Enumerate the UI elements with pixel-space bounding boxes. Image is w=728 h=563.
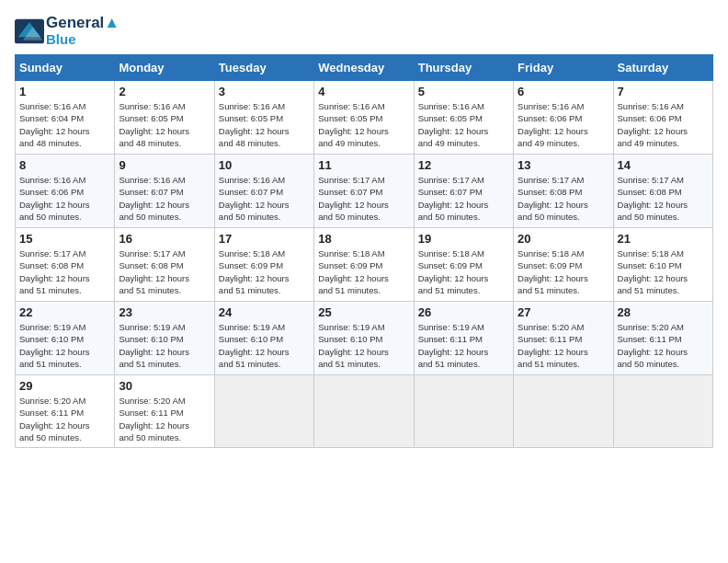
calendar-cell: 19 Sunrise: 5:18 AM Sunset: 6:09 PM Dayl… <box>414 228 513 302</box>
daylight-label: Daylight: 12 hours <box>618 200 688 210</box>
day-info: Sunrise: 5:16 AM Sunset: 6:05 PM Dayligh… <box>318 100 409 149</box>
sunset-label: Sunset: 6:06 PM <box>19 187 84 197</box>
day-info: Sunrise: 5:17 AM Sunset: 6:08 PM Dayligh… <box>19 247 110 296</box>
day-info: Sunrise: 5:18 AM Sunset: 6:09 PM Dayligh… <box>418 247 509 296</box>
sunrise-label: Sunrise: 5:16 AM <box>119 175 185 185</box>
calendar-cell: 25 Sunrise: 5:19 AM Sunset: 6:10 PM Dayl… <box>314 302 414 375</box>
daylight-minutes: and 48 minutes. <box>219 138 281 148</box>
daylight-minutes: and 50 minutes. <box>219 212 281 222</box>
daylight-label: Daylight: 12 hours <box>518 347 588 357</box>
day-number: 11 <box>318 158 409 172</box>
day-info: Sunrise: 5:16 AM Sunset: 6:06 PM Dayligh… <box>518 100 609 149</box>
sunset-label: Sunset: 6:11 PM <box>119 408 183 418</box>
daylight-label: Daylight: 12 hours <box>318 273 389 283</box>
day-info: Sunrise: 5:16 AM Sunset: 6:05 PM Dayligh… <box>119 100 210 149</box>
sunrise-label: Sunrise: 5:19 AM <box>19 322 85 332</box>
daylight-label: Daylight: 12 hours <box>518 200 588 210</box>
daylight-minutes: and 51 minutes. <box>518 285 580 295</box>
sunset-label: Sunset: 6:07 PM <box>219 187 283 197</box>
daylight-minutes: and 50 minutes. <box>518 212 580 222</box>
day-info: Sunrise: 5:18 AM Sunset: 6:10 PM Dayligh… <box>618 247 709 296</box>
day-header-monday: Monday <box>115 55 214 81</box>
daylight-label: Daylight: 12 hours <box>19 420 90 431</box>
day-number: 2 <box>119 85 210 98</box>
day-info: Sunrise: 5:16 AM Sunset: 6:06 PM Dayligh… <box>19 174 110 223</box>
day-number: 3 <box>219 85 310 98</box>
calendar-cell: 15 Sunrise: 5:17 AM Sunset: 6:08 PM Dayl… <box>16 228 115 302</box>
day-header-wednesday: Wednesday <box>314 55 414 81</box>
daylight-minutes: and 50 minutes. <box>418 212 481 222</box>
sunrise-label: Sunrise: 5:16 AM <box>219 101 285 111</box>
sunset-label: Sunset: 6:05 PM <box>119 113 183 123</box>
daylight-minutes: and 51 minutes. <box>19 285 82 295</box>
calendar-cell: 4 Sunrise: 5:16 AM Sunset: 6:05 PM Dayli… <box>314 81 414 155</box>
sunset-label: Sunset: 6:11 PM <box>418 334 483 344</box>
daylight-minutes: and 51 minutes. <box>418 359 481 369</box>
sunset-label: Sunset: 6:08 PM <box>518 187 582 197</box>
sunrise-label: Sunrise: 5:17 AM <box>518 175 584 185</box>
day-info: Sunrise: 5:18 AM Sunset: 6:09 PM Dayligh… <box>318 247 409 296</box>
calendar-table: SundayMondayTuesdayWednesdayThursdayFrid… <box>15 54 713 448</box>
daylight-label: Daylight: 12 hours <box>19 126 90 136</box>
daylight-minutes: and 51 minutes. <box>318 359 381 369</box>
sunrise-label: Sunrise: 5:19 AM <box>418 322 484 332</box>
daylight-label: Daylight: 12 hours <box>119 273 189 283</box>
day-number: 8 <box>19 158 110 172</box>
daylight-minutes: and 49 minutes. <box>318 138 381 148</box>
day-info: Sunrise: 5:20 AM Sunset: 6:11 PM Dayligh… <box>119 395 210 443</box>
sunrise-label: Sunrise: 5:17 AM <box>19 248 85 259</box>
daylight-label: Daylight: 12 hours <box>618 126 688 136</box>
day-number: 7 <box>618 85 709 98</box>
calendar-header-row: SundayMondayTuesdayWednesdayThursdayFrid… <box>16 55 713 81</box>
daylight-minutes: and 49 minutes. <box>518 138 580 148</box>
calendar-cell: 30 Sunrise: 5:20 AM Sunset: 6:11 PM Dayl… <box>115 375 214 448</box>
sunset-label: Sunset: 6:09 PM <box>318 260 382 270</box>
calendar-cell: 3 Sunrise: 5:16 AM Sunset: 6:05 PM Dayli… <box>214 81 313 155</box>
day-info: Sunrise: 5:18 AM Sunset: 6:09 PM Dayligh… <box>518 247 609 296</box>
sunrise-label: Sunrise: 5:16 AM <box>19 101 85 111</box>
day-info: Sunrise: 5:19 AM Sunset: 6:10 PM Dayligh… <box>119 321 210 370</box>
daylight-minutes: and 50 minutes. <box>119 212 181 222</box>
sunset-label: Sunset: 6:04 PM <box>19 113 84 123</box>
calendar-week-1: 1 Sunrise: 5:16 AM Sunset: 6:04 PM Dayli… <box>16 81 713 155</box>
sunrise-label: Sunrise: 5:16 AM <box>19 175 85 185</box>
daylight-label: Daylight: 12 hours <box>318 126 389 136</box>
day-number: 21 <box>618 232 709 246</box>
sunrise-label: Sunrise: 5:20 AM <box>119 396 185 406</box>
daylight-minutes: and 50 minutes. <box>19 432 82 442</box>
sunrise-label: Sunrise: 5:16 AM <box>219 175 285 185</box>
sunrise-label: Sunrise: 5:20 AM <box>618 322 684 332</box>
daylight-minutes: and 50 minutes. <box>119 432 181 442</box>
header: General▲ Blue <box>15 15 713 47</box>
day-number: 16 <box>119 232 210 246</box>
day-number: 1 <box>19 85 110 98</box>
calendar-cell: 17 Sunrise: 5:18 AM Sunset: 6:09 PM Dayl… <box>214 228 313 302</box>
sunrise-label: Sunrise: 5:18 AM <box>318 248 384 259</box>
day-number: 23 <box>119 305 210 319</box>
sunrise-label: Sunrise: 5:16 AM <box>119 101 185 111</box>
day-number: 13 <box>518 158 609 172</box>
daylight-label: Daylight: 12 hours <box>119 347 189 357</box>
calendar-cell: 11 Sunrise: 5:17 AM Sunset: 6:07 PM Dayl… <box>314 155 414 228</box>
sunrise-label: Sunrise: 5:19 AM <box>219 322 285 332</box>
sunrise-label: Sunrise: 5:20 AM <box>518 322 584 332</box>
calendar-cell <box>214 375 313 448</box>
calendar-cell: 10 Sunrise: 5:16 AM Sunset: 6:07 PM Dayl… <box>214 155 313 228</box>
sunset-label: Sunset: 6:09 PM <box>518 260 582 270</box>
daylight-label: Daylight: 12 hours <box>19 273 90 283</box>
calendar-cell: 6 Sunrise: 5:16 AM Sunset: 6:06 PM Dayli… <box>514 81 613 155</box>
day-info: Sunrise: 5:18 AM Sunset: 6:09 PM Dayligh… <box>219 247 310 296</box>
day-number: 10 <box>219 158 310 172</box>
daylight-label: Daylight: 12 hours <box>219 347 290 357</box>
daylight-label: Daylight: 12 hours <box>518 273 588 283</box>
daylight-label: Daylight: 12 hours <box>219 126 290 136</box>
day-number: 28 <box>618 305 709 319</box>
sunrise-label: Sunrise: 5:19 AM <box>318 322 384 332</box>
sunset-label: Sunset: 6:10 PM <box>19 334 84 344</box>
sunset-label: Sunset: 6:10 PM <box>618 260 682 270</box>
day-info: Sunrise: 5:17 AM Sunset: 6:08 PM Dayligh… <box>518 174 609 223</box>
sunset-label: Sunset: 6:11 PM <box>618 334 682 344</box>
sunset-label: Sunset: 6:10 PM <box>318 334 382 344</box>
calendar-cell: 22 Sunrise: 5:19 AM Sunset: 6:10 PM Dayl… <box>16 302 115 375</box>
sunset-label: Sunset: 6:09 PM <box>219 260 283 270</box>
